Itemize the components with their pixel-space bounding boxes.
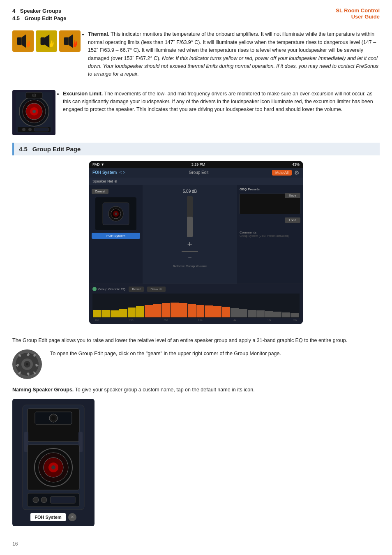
header-left: 4 Speaker Groups 4.5 Group Edit Page xyxy=(12,7,67,22)
freq-label-20: 10k xyxy=(265,319,274,321)
save-preset-button[interactable]: Save xyxy=(285,193,300,198)
mute-all-button[interactable]: Mute All xyxy=(272,170,292,176)
freq-label-10 xyxy=(179,319,187,321)
eq-bar-22[interactable] xyxy=(282,312,290,317)
section-45-title: Group Edit Page xyxy=(32,146,81,153)
svg-rect-2 xyxy=(41,37,45,45)
freq-label-0: 100 xyxy=(92,319,101,321)
eq-bar-18[interactable] xyxy=(248,310,256,317)
eq-bar-1[interactable] xyxy=(102,310,110,317)
eq-bar-20[interactable] xyxy=(265,311,273,317)
speaker-group-label-bar: FOH System ✕ xyxy=(30,406,76,521)
freq-label-19 xyxy=(256,319,265,321)
speaker-thermal-icon-3 xyxy=(59,30,81,52)
chapter-num-2: 4.5 xyxy=(12,15,20,22)
speaker-close-icon[interactable]: ✕ xyxy=(68,513,76,521)
speaker-name-box[interactable]: FOH System xyxy=(30,513,65,521)
eq-bar-7[interactable] xyxy=(153,304,161,317)
svg-point-16 xyxy=(28,128,32,131)
page-header: 4 Speaker Groups 4.5 Group Edit Page SL … xyxy=(0,0,392,26)
freq-label-9 xyxy=(170,319,179,321)
freq-label-2 xyxy=(110,319,118,321)
speaker-net-label: Speaker Net xyxy=(92,179,113,183)
volume-slider-area xyxy=(187,196,193,237)
naming-intro: Naming Speaker Groups. To give your spea… xyxy=(12,386,380,394)
pencil-icon: ✏ xyxy=(159,287,162,291)
chapter-num-1: 4 xyxy=(12,7,15,15)
gear-photo xyxy=(12,349,42,379)
volume-track[interactable] xyxy=(187,196,193,237)
eq-bar-19[interactable] xyxy=(256,310,265,317)
eq-bar-0[interactable] xyxy=(93,310,101,317)
freq-label-7 xyxy=(153,319,161,321)
geq-presets-title: GEQ Presets xyxy=(240,187,260,191)
excursion-section: Excursion Limit. The movements of the lo… xyxy=(12,90,380,135)
volume-db-display: 5.09 dB xyxy=(183,189,197,194)
naming-body: To give your speaker group a custom name… xyxy=(75,387,255,393)
speaker-thumbnail xyxy=(95,197,136,230)
eq-bar-12[interactable] xyxy=(196,305,205,317)
eq-bars-container xyxy=(92,294,300,318)
eq-bar-2[interactable] xyxy=(111,310,119,317)
excursion-text: Excursion Limit. The movements of the lo… xyxy=(55,90,380,118)
eq-bar-6[interactable] xyxy=(145,305,153,317)
eq-bar-5[interactable] xyxy=(136,306,144,317)
app-screenshot: PAD ▼ 3:29 PM 43% FOH System < > Group E… xyxy=(89,161,303,324)
reset-button[interactable]: Reset xyxy=(129,287,144,292)
cancel-button[interactable]: Cancel xyxy=(92,189,108,194)
thermal-title: Thermal. xyxy=(88,31,109,37)
draw-button[interactable]: Draw ✏ xyxy=(147,287,166,292)
eq-section: Group Graphic EQ Reset Draw ✏ 1002506301… xyxy=(89,284,303,324)
eq-toggle[interactable]: Group Graphic EQ xyxy=(92,287,125,291)
chapter-info: 4 Speaker Groups xyxy=(12,7,67,15)
eq-bar-13[interactable] xyxy=(205,305,213,317)
freq-label-11 xyxy=(187,319,196,321)
eq-bar-10[interactable] xyxy=(179,303,187,317)
toggle-circle xyxy=(92,287,97,291)
chapter-info-2: 4.5 Group Edit Page xyxy=(12,15,67,22)
excursion-bullet: Excursion Limit. The movements of the lo… xyxy=(63,90,380,114)
freq-label-18 xyxy=(248,319,256,321)
freq-label-6 xyxy=(144,319,153,321)
plus-button[interactable]: + xyxy=(187,239,193,250)
nav-center: Group Edit xyxy=(189,170,209,175)
nav-back-label[interactable]: FOH System xyxy=(92,170,117,175)
thermal-icons xyxy=(12,30,81,52)
svg-point-23 xyxy=(115,213,117,215)
volume-divider xyxy=(182,251,198,252)
freq-label-13 xyxy=(205,319,213,321)
excursion-body: The movements of the low- and mid-freque… xyxy=(63,91,373,113)
freq-label-21 xyxy=(274,319,282,321)
svg-rect-17 xyxy=(34,128,48,131)
eq-controls-row: Group Graphic EQ Reset Draw ✏ xyxy=(92,287,300,292)
nav-right: Mute All ⚙ xyxy=(272,169,300,176)
eq-bar-8[interactable] xyxy=(162,303,170,317)
minus-button[interactable]: − xyxy=(188,254,191,261)
gear-row: To open the Group Edit page, click on th… xyxy=(12,349,380,379)
eq-bar-17[interactable] xyxy=(239,309,247,317)
eq-bar-4[interactable] xyxy=(128,308,136,317)
speaker-group-image: FOH System ✕ xyxy=(12,399,95,526)
eq-bar-14[interactable] xyxy=(213,306,221,317)
guide-name: User Guide xyxy=(336,14,380,20)
eq-bar-23[interactable] xyxy=(291,313,299,317)
app-left-panel: Cancel FOH System xyxy=(89,185,143,284)
freq-label-15 xyxy=(222,319,231,321)
eq-bar-16[interactable] xyxy=(231,308,239,317)
eq-bar-21[interactable] xyxy=(273,312,281,317)
eq-bar-3[interactable] xyxy=(119,309,127,317)
svg-point-11 xyxy=(32,110,36,113)
speaker-net-network-icon: ⊕ xyxy=(114,179,118,183)
section-45-header: 4.5 Group Edit Page xyxy=(12,143,380,155)
nav-arrow: < > xyxy=(119,170,125,175)
main-content: Thermal. This indicator monitors the tem… xyxy=(0,26,392,539)
svg-point-15 xyxy=(22,128,25,131)
eq-bar-11[interactable] xyxy=(188,304,196,317)
eq-bar-9[interactable] xyxy=(171,303,179,317)
gear-icon[interactable]: ⚙ xyxy=(294,169,300,176)
load-preset-button[interactable]: Load xyxy=(285,217,300,223)
eq-bar-15[interactable] xyxy=(222,307,230,317)
loudspeaker-photo xyxy=(12,90,55,135)
app-nav-bar: FOH System < > Group Edit Mute All ⚙ xyxy=(89,168,303,178)
svg-marker-3 xyxy=(45,35,49,48)
